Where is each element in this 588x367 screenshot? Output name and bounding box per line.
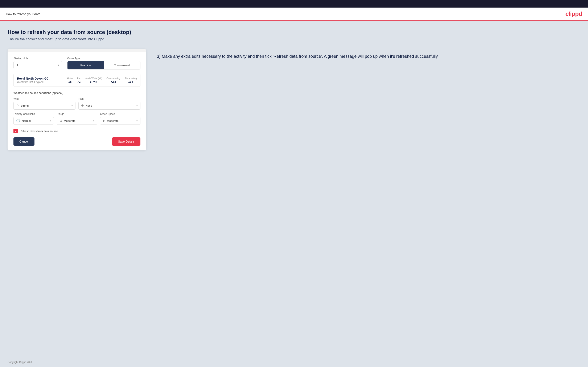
rain-chevron-icon: ▾ [137, 104, 138, 107]
stat-course-rating: Course rating 72.5 [106, 77, 120, 83]
refresh-checkbox-row: Refresh shots from data source [13, 129, 140, 133]
fairway-icon: 🕗 [16, 119, 20, 123]
course-rating-label: Course rating [106, 77, 120, 80]
game-type-label: Game Type [67, 57, 140, 60]
fairway-group: Fairway Conditions 🕗 Normal ▾ [13, 113, 54, 125]
cancel-button[interactable]: Cancel [13, 137, 35, 146]
slope-rating-value: 134 [124, 80, 137, 83]
rough-chevron-icon: ▾ [93, 119, 94, 122]
rough-label: Rough [57, 113, 97, 116]
refresh-checkbox[interactable] [13, 129, 18, 133]
green-speed-value: Moderate [107, 119, 135, 122]
rough-value: Moderate [64, 119, 91, 122]
conditions-grid-top: Wind ⚐ Strong ▾ Rain ✸ None ▾ [13, 97, 140, 110]
conditions-section-label: Weather and course conditions (optional) [13, 91, 140, 94]
stat-slope-rating: Slope rating 134 [124, 77, 137, 83]
starting-hole-chevron-icon: ▾ [58, 64, 59, 67]
starting-hole-value: 1 [17, 63, 18, 67]
tournament-button[interactable]: Tournament [104, 61, 140, 69]
course-info-box: Royal North Devon GC, Westward Ho!, Engl… [13, 74, 140, 87]
content-area: Starting Hole 1 ▾ Game Type Practice Tou… [8, 49, 580, 150]
fairway-chevron-icon: ▾ [50, 119, 51, 122]
game-type-buttons: Practice Tournament [67, 61, 140, 69]
wind-icon: ⚐ [16, 104, 19, 108]
yards-label: Yards/White (M)) [85, 77, 102, 80]
button-row: Cancel Save Details [13, 137, 140, 146]
wind-value: Strong [21, 104, 70, 107]
refresh-label: Refresh shots from data source [20, 130, 58, 133]
slope-rating-label: Slope rating [124, 77, 137, 80]
yards-value: 6,744 [85, 80, 102, 83]
logo: clippd [565, 10, 582, 17]
rain-label: Rain [78, 97, 140, 100]
green-speed-group: Green Speed ▶ Moderate ▾ [100, 113, 140, 125]
save-button[interactable]: Save Details [112, 137, 140, 146]
course-stats: Holes 18 Par 72 Yards/White (M)) 6,744 C… [67, 77, 137, 83]
green-speed-label: Green Speed [100, 113, 140, 116]
green-speed-chevron-icon: ▾ [137, 119, 138, 122]
course-details: Royal North Devon GC, Westward Ho!, Engl… [17, 77, 50, 83]
card-strip [8, 49, 146, 52]
starting-hole-label: Starting Hole [13, 57, 62, 60]
rough-group: Rough ⚙ Moderate ▾ [57, 113, 97, 125]
page-title: How to refresh your data from source (de… [8, 29, 580, 35]
rough-select[interactable]: ⚙ Moderate ▾ [57, 117, 97, 125]
header-title: How to refresh your data [6, 12, 40, 16]
top-bar [0, 0, 588, 8]
holes-label: Holes [67, 77, 73, 80]
rain-group: Rain ✸ None ▾ [78, 97, 140, 110]
wind-label: Wind [13, 97, 76, 100]
holes-value: 18 [67, 80, 73, 83]
rain-icon: ✸ [81, 104, 84, 108]
course-location: Westward Ho!, England [17, 81, 50, 83]
side-text: 3) Make any extra edits necessary to the… [157, 49, 580, 60]
copyright-text: Copyright Clippd 2022 [8, 361, 33, 364]
page-subtitle: Ensure the correct and most up to date d… [8, 37, 580, 41]
wind-chevron-icon: ▾ [71, 104, 73, 107]
course-rating-value: 72.5 [106, 80, 120, 83]
stat-holes: Holes 18 [67, 77, 73, 83]
green-speed-select[interactable]: ▶ Moderate ▾ [100, 117, 140, 125]
wind-select[interactable]: ⚐ Strong ▾ [13, 102, 76, 110]
footer: Copyright Clippd 2022 [0, 358, 588, 367]
fairway-select[interactable]: 🕗 Normal ▾ [13, 117, 54, 125]
practice-button[interactable]: Practice [68, 61, 104, 69]
starting-hole-select[interactable]: 1 ▾ [13, 61, 62, 69]
header: How to refresh your data clippd [0, 8, 588, 21]
par-value: 72 [77, 80, 81, 83]
main-card: Starting Hole 1 ▾ Game Type Practice Tou… [8, 49, 146, 150]
stat-yards: Yards/White (M)) 6,744 [85, 77, 102, 83]
rough-icon: ⚙ [60, 119, 62, 123]
rain-value: None [86, 104, 135, 107]
fairway-value: Normal [22, 119, 48, 122]
wind-group: Wind ⚐ Strong ▾ [13, 97, 76, 110]
fairway-label: Fairway Conditions [13, 113, 54, 116]
main-content: How to refresh your data from source (de… [0, 21, 588, 358]
green-speed-icon: ▶ [103, 119, 105, 123]
field-row-top: Starting Hole 1 ▾ Game Type Practice Tou… [13, 57, 140, 69]
conditions-grid-bottom: Fairway Conditions 🕗 Normal ▾ Rough ⚙ Mo… [13, 113, 140, 125]
starting-hole-group: Starting Hole 1 ▾ [13, 57, 62, 69]
side-text-paragraph: 3) Make any extra edits necessary to the… [157, 53, 580, 60]
course-name: Royal North Devon GC, [17, 77, 50, 80]
game-type-group: Game Type Practice Tournament [67, 57, 140, 69]
stat-par: Par 72 [77, 77, 81, 83]
par-label: Par [77, 77, 81, 80]
rain-select[interactable]: ✸ None ▾ [78, 102, 140, 110]
